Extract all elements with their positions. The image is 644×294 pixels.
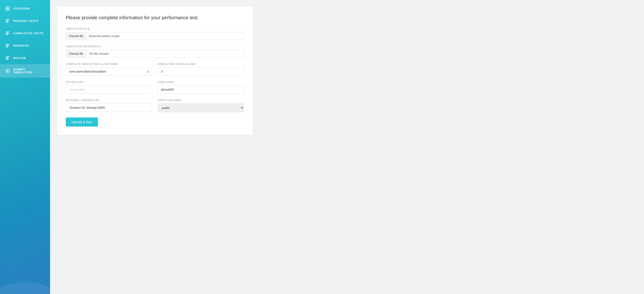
svg-rect-17 <box>6 57 8 58</box>
sidebar: OVERVIEW RUNNING TESTS COMPLETED TESTS <box>0 0 50 294</box>
svg-rect-9 <box>6 33 8 33</box>
form-title: Please provide complete information for … <box>66 14 244 21</box>
sidebar-item-overview[interactable]: OVERVIEW <box>0 2 50 15</box>
sidebar-item-workers-label: WORKERS <box>13 44 29 47</box>
sidebar-item-running-tests-label: RUNNING TESTS <box>13 19 38 22</box>
svg-rect-3 <box>8 9 10 10</box>
partition-name-label: PARTITION NAME <box>158 99 244 102</box>
overview-icon <box>5 6 10 11</box>
simulation-resources-input-row: Choose file No file chosen <box>66 50 244 58</box>
simulation-resources-choose-btn[interactable]: Choose file <box>66 50 86 57</box>
parallelism-label: SIMULATION PARALLELISM <box>158 63 244 65</box>
access-key-input[interactable] <box>66 85 152 94</box>
completed-tests-icon <box>5 31 10 36</box>
svg-rect-11 <box>6 34 8 35</box>
optional-params-label: OPTIONAL PARAMETERS <box>66 99 152 102</box>
simulation-file-label: SIMULATION FILE <box>66 28 244 30</box>
user-name-label: USER NAME <box>158 81 244 84</box>
access-username-group: ACCESS KEY USER NAME <box>66 81 244 94</box>
class-name-col: COMPLETE SIMULATION CLASS NAME ⊞ <box>66 63 152 76</box>
optional-partition-group: OPTIONAL PARAMETERS PARTITION NAME publi… <box>66 99 244 112</box>
simulation-file-input-row: Choose file BasicSimulation.scala <box>66 32 244 40</box>
svg-rect-15 <box>6 47 8 47</box>
workers-icon <box>5 43 10 48</box>
form-card: Please provide complete information for … <box>57 7 253 135</box>
class-name-input-wrapper: ⊞ <box>66 67 152 76</box>
access-key-label: ACCESS KEY <box>66 81 152 84</box>
svg-rect-13 <box>6 45 8 45</box>
master-icon <box>5 56 10 60</box>
optional-partition-row: OPTIONAL PARAMETERS PARTITION NAME publi… <box>66 99 244 112</box>
upload-run-button[interactable]: Upload & Run <box>66 118 98 127</box>
svg-rect-19 <box>6 59 8 60</box>
user-name-col: USER NAME <box>158 81 244 94</box>
svg-rect-5 <box>6 20 8 21</box>
user-name-input[interactable] <box>158 85 244 94</box>
svg-rect-7 <box>6 22 8 23</box>
submit-icon <box>5 68 10 73</box>
sidebar-item-master[interactable]: MASTER <box>0 52 50 64</box>
main-content: Please provide complete information for … <box>50 0 644 294</box>
table-icon: ⊞ <box>147 70 150 73</box>
svg-rect-14 <box>6 46 9 46</box>
svg-rect-4 <box>6 19 10 20</box>
class-parallelism-group: COMPLETE SIMULATION CLASS NAME ⊞ SIMULAT… <box>66 63 244 76</box>
simulation-resources-group: SIMULATION RESOURCES Choose file No file… <box>66 45 244 58</box>
sidebar-item-submit-label: SUBMIT SIMULATION <box>13 68 45 74</box>
sidebar-item-overview-label: OVERVIEW <box>13 7 30 10</box>
parallelism-input[interactable] <box>158 67 244 76</box>
partition-name-col: PARTITION NAME public private custom <box>158 99 244 112</box>
optional-params-col: OPTIONAL PARAMETERS <box>66 99 152 112</box>
access-key-col: ACCESS KEY <box>66 81 152 94</box>
partition-name-select[interactable]: public private custom <box>158 104 244 112</box>
svg-rect-0 <box>6 7 8 8</box>
svg-rect-1 <box>8 7 10 8</box>
simulation-file-group: SIMULATION FILE Choose file BasicSimulat… <box>66 28 244 40</box>
svg-rect-6 <box>6 21 9 22</box>
running-tests-icon <box>5 18 10 23</box>
svg-rect-16 <box>6 56 10 57</box>
sidebar-item-submit-simulation[interactable]: SUBMIT SIMULATION <box>0 64 50 78</box>
simulation-file-name: BasicSimulation.scala <box>86 32 244 40</box>
class-name-input[interactable] <box>66 67 152 76</box>
access-username-row: ACCESS KEY USER NAME <box>66 81 244 94</box>
simulation-resources-label: SIMULATION RESOURCES <box>66 45 244 48</box>
sidebar-item-master-label: MASTER <box>13 57 26 59</box>
sidebar-item-completed-tests[interactable]: COMPLETED TESTS <box>0 27 50 39</box>
svg-rect-18 <box>6 58 9 59</box>
sidebar-item-workers[interactable]: WORKERS <box>0 39 50 52</box>
svg-point-21 <box>7 70 8 72</box>
svg-rect-12 <box>6 44 10 44</box>
parallelism-col: SIMULATION PARALLELISM <box>158 63 244 76</box>
simulation-file-choose-btn[interactable]: Choose file <box>66 33 86 40</box>
sidebar-item-running-tests[interactable]: RUNNING TESTS <box>0 15 50 27</box>
optional-params-input[interactable] <box>66 104 152 112</box>
svg-rect-2 <box>6 9 8 10</box>
svg-rect-10 <box>6 33 9 34</box>
sidebar-item-completed-tests-label: COMPLETED TESTS <box>13 32 44 35</box>
simulation-resources-name: No file chosen <box>86 50 244 57</box>
svg-rect-8 <box>6 32 10 32</box>
class-parallelism-row: COMPLETE SIMULATION CLASS NAME ⊞ SIMULAT… <box>66 63 244 76</box>
class-name-label: COMPLETE SIMULATION CLASS NAME <box>66 63 152 65</box>
